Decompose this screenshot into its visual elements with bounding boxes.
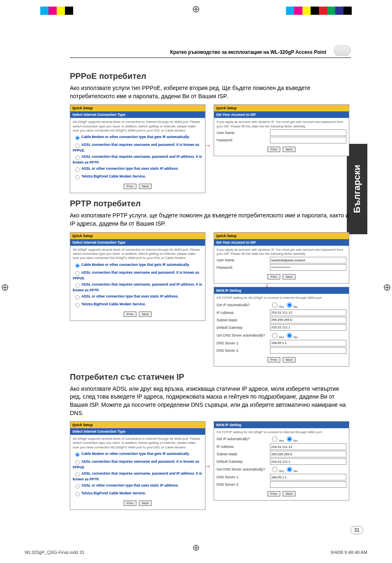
opt-static[interactable]: ADSL or other connection type that uses …	[73, 482, 203, 489]
section-intro-static: Ако използвате ADSL или друг вид връзка,…	[70, 385, 349, 417]
section-heading-pptp: PPTP потребител	[70, 199, 349, 208]
user-input[interactable]	[270, 257, 346, 263]
footer-filename: WL320gP_QSG-Final.indd 31	[25, 550, 85, 555]
print-colorbar-left	[40, 7, 73, 15]
quick-setup-panel: Quick Setup Select Internet Connection T…	[70, 104, 205, 193]
opt-pptp[interactable]: ADSL connection that requires username, …	[73, 282, 203, 292]
next-button[interactable]: Next	[283, 491, 295, 496]
gateway-input[interactable]	[270, 458, 346, 465]
user-input[interactable]	[270, 129, 346, 136]
registration-mark-top: ⊕	[192, 3, 200, 15]
wan-desc: Fill TCP/IP setting for WL320gP to conne…	[217, 296, 346, 300]
dns1-label: DNS Server 1:	[217, 475, 270, 479]
dns1-input[interactable]	[270, 340, 346, 346]
next-button[interactable]: Next	[139, 501, 151, 506]
opt-cable[interactable]: Cable Modem or other connection type tha…	[73, 134, 203, 141]
account-panel: Quick Setup Set Your Account to ISP If y…	[214, 232, 349, 284]
registration-mark-right: ⊕	[383, 282, 391, 293]
prev-button[interactable]: Prev	[124, 501, 136, 506]
opt-static[interactable]: ADSL or other connection type that uses …	[73, 166, 203, 172]
user-label: User Name:	[217, 258, 270, 262]
language-tab: Български	[347, 144, 367, 234]
get-dns-no[interactable]	[287, 333, 292, 338]
dns2-input[interactable]	[270, 481, 346, 488]
pass-input[interactable]	[270, 264, 346, 271]
opt-static[interactable]: ADSL or other connection type that uses …	[73, 293, 203, 300]
panel-subtitle: Select Internet Connection Type	[70, 239, 205, 246]
panel-desc: WL320gP supports several kinds of connec…	[73, 248, 203, 261]
section-intro-pptp: Ако използвате PPTP услуги, ще бъдете по…	[70, 212, 349, 228]
opt-pptp[interactable]: ADSL connection that requires username, …	[73, 471, 203, 481]
opt-bigpond[interactable]: Telstra BigPond Cable Modem Service.	[73, 490, 203, 497]
get-ip-yes[interactable]	[272, 436, 277, 442]
arrow-icon: →	[204, 462, 211, 471]
subnet-label: Subnet Mask:	[217, 452, 270, 456]
panel-desc: WL320gP supports several kinds of connec…	[73, 120, 203, 133]
panel-title: Quick Setup	[214, 233, 349, 239]
panel-desc: WL320gP supports several kinds of connec…	[73, 437, 203, 450]
gateway-input[interactable]	[270, 324, 346, 331]
wan-ip-panel: WAN IP Setting Fill TCP/IP setting for W…	[214, 287, 349, 366]
get-dns-yes[interactable]	[272, 333, 277, 338]
panel-title: Quick Setup	[70, 422, 205, 428]
prev-button[interactable]: Prev	[267, 147, 280, 152]
acct-desc: If you apply an account with dynamic IP.…	[217, 120, 346, 129]
panel-subtitle: Select Internet Connection Type	[70, 111, 205, 118]
subnet-input[interactable]	[270, 451, 346, 457]
panel-title: Quick Setup	[70, 233, 205, 239]
ip-input[interactable]	[270, 443, 346, 450]
subnet-input[interactable]	[270, 317, 346, 323]
prev-button[interactable]: Prev	[267, 274, 280, 279]
prev-button[interactable]: Prev	[124, 184, 136, 189]
account-panel: Quick Setup Set Your Account to ISP If y…	[214, 104, 349, 156]
get-dns-label: Get DNS Server automatically?	[217, 467, 270, 471]
gateway-label: Default Gateway:	[217, 459, 270, 464]
page-number: 31	[350, 526, 363, 534]
get-dns-yes[interactable]	[272, 467, 277, 472]
dns2-label: DNS Server 2:	[217, 348, 270, 353]
next-button[interactable]: Next	[283, 147, 295, 152]
get-ip-yes[interactable]	[272, 302, 277, 308]
get-ip-label: Get IP automatically?	[217, 437, 270, 441]
prev-button[interactable]: Prev	[124, 311, 136, 317]
ip-label: IP Address:	[217, 311, 270, 315]
get-ip-no[interactable]	[287, 302, 292, 308]
pass-label: Password:	[217, 265, 270, 270]
wan-desc: Fill TCP/IP setting for WL320gP to conne…	[217, 430, 346, 434]
get-ip-no[interactable]	[287, 436, 292, 442]
opt-pppoe[interactable]: ADSL connection that requires username a…	[73, 142, 203, 152]
dns2-label: DNS Server 2:	[217, 482, 270, 487]
opt-bigpond[interactable]: Telstra BigPond Cable Modem Service.	[73, 301, 203, 308]
prev-button[interactable]: Prev	[267, 357, 280, 362]
user-label: User Name:	[217, 131, 270, 135]
dns1-input[interactable]	[270, 474, 346, 480]
dns2-input[interactable]	[270, 347, 346, 354]
section-intro-pppoe: Ако използвате услуги тип PPPoE, изберет…	[70, 84, 349, 100]
opt-cable[interactable]: Cable Modem or other connection type tha…	[73, 262, 203, 268]
opt-pppoe[interactable]: ADSL connection that requires username a…	[73, 270, 203, 280]
opt-bigpond[interactable]: Telstra BigPond Cable Modem Service.	[73, 173, 203, 180]
gateway-label: Default Gateway:	[217, 325, 270, 330]
next-button[interactable]: Next	[139, 184, 151, 189]
opt-pppoe[interactable]: ADSL connection that requires username a…	[73, 459, 203, 469]
router-icon	[334, 45, 351, 56]
next-button[interactable]: Next	[139, 311, 151, 317]
get-dns-no[interactable]	[287, 467, 292, 472]
wan-ip-panel: WAN IP Setting Fill TCP/IP setting for W…	[214, 421, 349, 501]
pass-input[interactable]	[270, 137, 346, 143]
panel-subtitle: Set Your Account to ISP	[214, 111, 349, 118]
footer-date: 9/4/08 9:48:48 AM	[331, 550, 367, 555]
opt-cable[interactable]: Cable Modem or other connection type tha…	[73, 451, 203, 457]
panel-subtitle: Set Your Account to ISP	[214, 239, 349, 246]
get-dns-label: Get DNS Server automatically?	[217, 333, 270, 337]
arrow-down-icon: →	[263, 281, 271, 288]
subnet-label: Subnet Mask:	[217, 318, 270, 322]
ip-input[interactable]	[270, 309, 346, 316]
next-button[interactable]: Next	[283, 357, 295, 362]
next-button[interactable]: Next	[283, 274, 295, 279]
prev-button[interactable]: Prev	[267, 491, 280, 496]
opt-pptp[interactable]: ADSL connection that requires username, …	[73, 154, 203, 164]
pass-label: Password:	[217, 138, 270, 142]
section-heading-static: Потребител със статичен IP	[70, 372, 349, 382]
panel-subtitle: Select Internet Connection Type	[70, 428, 205, 435]
